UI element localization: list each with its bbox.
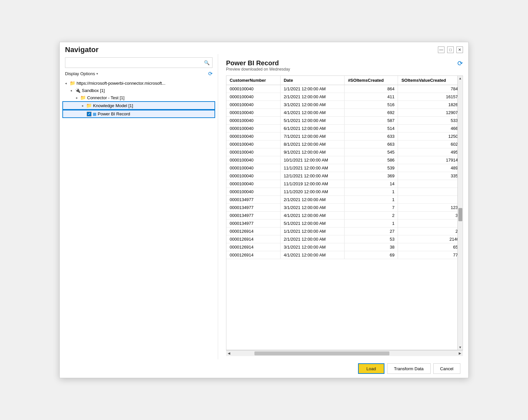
minimize-button[interactable]: — bbox=[438, 46, 445, 53]
table-cell: 69 bbox=[345, 251, 398, 259]
vertical-scrollbar[interactable]: ▲ ▼ bbox=[457, 76, 463, 350]
display-options-button[interactable]: Display Options ▾ bbox=[65, 71, 98, 76]
col-header-so-items-value: SOItemsValueCreated bbox=[398, 76, 463, 85]
maximize-button[interactable]: □ bbox=[447, 46, 454, 53]
table-cell: 6/1/2021 12:00:00 AM bbox=[280, 125, 345, 133]
table-cell: 0000134977 bbox=[226, 212, 280, 220]
table-cell: 27 bbox=[345, 227, 398, 235]
table-cell: 533. bbox=[398, 117, 463, 125]
table-cell: 335. bbox=[398, 172, 463, 180]
table-cell: 2. bbox=[398, 227, 463, 235]
table-cell: 11/1/2021 12:00:00 AM bbox=[280, 164, 345, 172]
tree-label: https://microsoft-powerbi-connector.micr… bbox=[77, 81, 165, 86]
close-button[interactable]: ✕ bbox=[456, 46, 463, 53]
preview-subtitle: Preview downloaded on Wednesday bbox=[226, 67, 290, 72]
table-row: 00001349773/1/2021 12:00:00 AM7123. bbox=[226, 204, 463, 212]
table-cell: 3. bbox=[398, 212, 463, 220]
table-cell: 1/1/2021 12:00:00 AM bbox=[280, 227, 345, 235]
horizontal-scrollbar[interactable]: ◀ ▶ bbox=[226, 350, 463, 356]
display-options-row: Display Options ▾ ⟳ bbox=[65, 71, 213, 77]
table-cell: 2/1/2021 12:00:00 AM bbox=[280, 196, 345, 204]
table-cell: 586 bbox=[345, 156, 398, 164]
table-cell: 0000100040 bbox=[226, 180, 280, 188]
scroll-right-button[interactable]: ▶ bbox=[457, 350, 463, 356]
table-cell: 3/1/2021 12:00:00 AM bbox=[280, 101, 345, 109]
table-cell: 539 bbox=[345, 164, 398, 172]
load-button[interactable]: Load bbox=[358, 363, 384, 374]
table-cell: 2140 bbox=[398, 235, 463, 243]
table-icon: ▦ bbox=[93, 112, 96, 116]
table-cell: 0000126914 bbox=[226, 243, 280, 251]
table-cell: 4/1/2021 12:00:00 AM bbox=[280, 109, 345, 117]
data-table-scroll[interactable]: CustomerNumber Date #SOItemsCreated SOIt… bbox=[226, 76, 463, 350]
table-row: 00001000402/1/2021 12:00:00 AM41116157. bbox=[226, 93, 463, 101]
table-cell: 663 bbox=[345, 140, 398, 148]
table-cell: 4/1/2021 12:00:00 AM bbox=[280, 212, 345, 220]
table-cell: 3/1/2021 12:00:00 AM bbox=[280, 243, 345, 251]
tree-item-power-bi-record[interactable]: ▦ Power BI Record bbox=[62, 110, 215, 118]
table-cell: 0000100040 bbox=[226, 101, 280, 109]
search-icon: 🔍 bbox=[204, 60, 210, 65]
table-cell: 602. bbox=[398, 140, 463, 148]
collapse-arrow: ◂ bbox=[82, 104, 85, 107]
tree-label: Sandbox [1] bbox=[82, 88, 105, 93]
tree-label: Connector - Test [1] bbox=[87, 95, 124, 100]
table-cell: 864 bbox=[345, 85, 398, 93]
transform-data-button[interactable]: Transform Data bbox=[387, 363, 431, 374]
table-cell: 784. bbox=[398, 85, 463, 93]
preview-refresh-icon[interactable]: ⟳ bbox=[457, 59, 463, 67]
table-row: 00001349774/1/2021 12:00:00 AM23. bbox=[226, 212, 463, 220]
tree-item-knowledge-model[interactable]: ◂ 📁 Knowledge Model [1] bbox=[62, 101, 215, 110]
table-cell: 369 bbox=[345, 172, 398, 180]
table-cell: 123. bbox=[398, 204, 463, 212]
table-cell: 0000134977 bbox=[226, 196, 280, 204]
table-row: 000010004011/1/2020 12:00:00 AM1 bbox=[226, 188, 463, 196]
search-input[interactable] bbox=[68, 60, 204, 65]
table-cell: 692 bbox=[345, 109, 398, 117]
tree-label: Power BI Record bbox=[98, 111, 130, 116]
scroll-thumb[interactable] bbox=[458, 208, 462, 221]
table-row: 00001269141/1/2021 12:00:00 AM272. bbox=[226, 227, 463, 235]
h-scroll-track[interactable] bbox=[232, 350, 457, 356]
h-scroll-thumb[interactable] bbox=[254, 351, 389, 355]
window-controls: — □ ✕ bbox=[438, 46, 463, 53]
col-header-so-items-created: #SOItemsCreated bbox=[345, 76, 398, 85]
table-cell: 633 bbox=[345, 133, 398, 140]
table-cell: 1826. bbox=[398, 101, 463, 109]
table-cell: 0000100040 bbox=[226, 93, 280, 101]
table-row: 00001000403/1/2021 12:00:00 AM5161826. bbox=[226, 101, 463, 109]
table-row: 000010004010/1/2021 12:00:00 AM58617914. bbox=[226, 156, 463, 164]
scroll-left-button[interactable]: ◀ bbox=[226, 350, 232, 356]
table-row: 00001000408/1/2021 12:00:00 AM663602. bbox=[226, 140, 463, 148]
table-row: 00001000404/1/2021 12:00:00 AM69212907. bbox=[226, 109, 463, 117]
table-cell bbox=[398, 220, 463, 227]
table-cell: 1 bbox=[345, 188, 398, 196]
table-cell: 7 bbox=[345, 204, 398, 212]
table-cell: 1/1/2021 12:00:00 AM bbox=[280, 85, 345, 93]
search-bar[interactable]: 🔍 bbox=[65, 57, 213, 68]
table-cell: 516 bbox=[345, 101, 398, 109]
table-cell: 77. bbox=[398, 251, 463, 259]
table-row: 00001349772/1/2021 12:00:00 AM1 bbox=[226, 196, 463, 204]
cancel-button[interactable]: Cancel bbox=[433, 363, 460, 374]
dialog-body: 🔍 Display Options ▾ ⟳ ◂ 📁 https://micros… bbox=[60, 54, 468, 359]
table-cell: 2/1/2021 12:00:00 AM bbox=[280, 235, 345, 243]
checkbox-icon[interactable] bbox=[87, 112, 91, 116]
table-row: 000010004011/1/2021 12:00:00 AM539489. bbox=[226, 164, 463, 172]
table-cell: 16157. bbox=[398, 93, 463, 101]
tree-item-root[interactable]: ◂ 📁 https://microsoft-powerbi-connector.… bbox=[62, 79, 215, 87]
table-cell: 0000100040 bbox=[226, 172, 280, 180]
table-cell: 12/1/2021 12:00:00 AM bbox=[280, 172, 345, 180]
table-cell: 11/1/2020 12:00:00 AM bbox=[280, 188, 345, 196]
tree-item-sandbox[interactable]: ◂ 🔌 Sandbox [1] bbox=[62, 87, 215, 94]
scroll-down-arrow[interactable]: ▼ bbox=[459, 345, 462, 349]
refresh-icon[interactable]: ⟳ bbox=[208, 71, 213, 77]
col-header-customer-number: CustomerNumber bbox=[226, 76, 280, 85]
table-cell: 545 bbox=[345, 148, 398, 156]
table-cell: 5/1/2021 12:00:00 AM bbox=[280, 220, 345, 227]
tree-item-connector-test[interactable]: ◂ 📁 Connector - Test [1] bbox=[62, 94, 215, 101]
table-cell: 489. bbox=[398, 164, 463, 172]
table-cell bbox=[398, 180, 463, 188]
table-cell: 0000100040 bbox=[226, 125, 280, 133]
scroll-up-arrow[interactable]: ▲ bbox=[459, 76, 462, 80]
